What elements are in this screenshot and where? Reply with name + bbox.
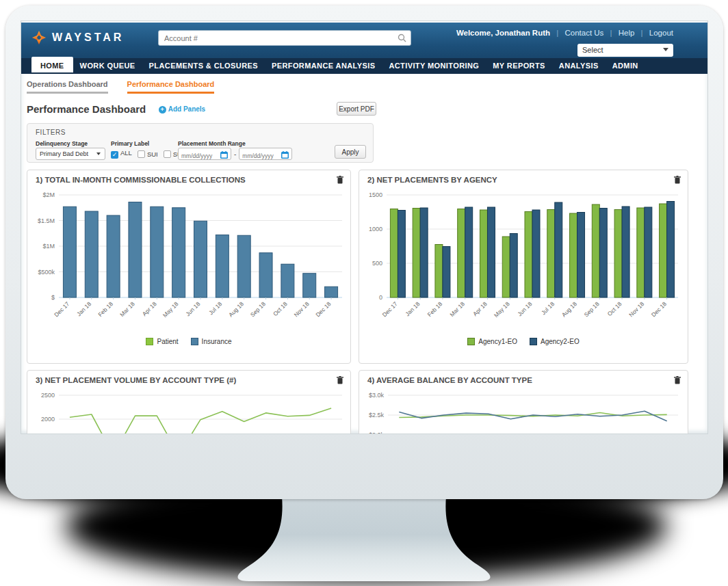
svg-text:$1M: $1M [42,243,55,250]
svg-text:$: $ [51,294,55,301]
svg-text:Dec 18: Dec 18 [650,300,668,318]
checkbox-sui[interactable]: SUI [138,150,158,158]
svg-text:Mar 18: Mar 18 [448,300,466,318]
svg-text:2000: 2000 [41,416,55,423]
svg-text:Apr 18: Apr 18 [471,300,489,317]
delinquency-stage-select[interactable]: Primary Bad Debt [36,148,105,160]
svg-text:Sep 18: Sep 18 [583,300,601,318]
svg-text:Jun 18: Jun 18 [184,300,201,317]
svg-text:1500: 1500 [369,191,382,198]
nav-item-my-reports[interactable]: MY REPORTS [486,58,552,74]
delete-panel-icon[interactable] [337,376,343,384]
svg-text:May 18: May 18 [161,300,180,319]
delete-panel-icon[interactable] [337,176,343,184]
nav-item-activity-monitoring[interactable]: ACTIVITY MONITORING [382,58,486,74]
plus-icon: + [159,106,166,114]
export-pdf-button[interactable]: Export PDF [337,102,376,116]
svg-text:$2.5k: $2.5k [369,412,385,418]
checkbox-all[interactable]: ✓ALL [111,149,132,159]
legend-item: Patient [146,338,178,345]
brand-name: WAYSTAR [52,31,124,44]
panel-title: 4) AVERAGE BALANCE BY ACCOUNT TYPE [367,376,532,384]
nav-item-work-queue[interactable]: WORK QUEUE [73,58,142,74]
calendar-icon[interactable] [220,150,229,159]
tab-performance-dashboard[interactable]: Performance Dashboard [127,80,215,94]
svg-text:Aug 18: Aug 18 [227,300,245,318]
primary-label-checkboxes: ✓ALL SUI SU [111,148,182,160]
svg-text:Nov 18: Nov 18 [293,300,311,318]
nav-item-admin[interactable]: ADMIN [606,58,645,74]
legend-swatch [530,338,537,345]
chart-svg: $2M$1.5M$1M$500k$Dec 17Jan 18Feb 18Mar 1… [27,170,350,363]
svg-text:Aug 18: Aug 18 [560,300,578,318]
legend-swatch [191,338,198,345]
panel-title: 3) NET PLACEMENT VOLUME BY ACCOUNT TYPE … [36,376,236,384]
context-select[interactable]: Select [577,44,673,57]
svg-text:1000: 1000 [369,226,382,232]
tab-operations-dashboard[interactable]: Operations Dashboard [27,80,108,94]
svg-text:Dec 17: Dec 17 [381,300,399,318]
nav-item-performance-analysis[interactable]: PERFORMANCE ANALYSIS [265,58,382,74]
search-icon[interactable] [398,34,406,42]
svg-text:May 18: May 18 [493,300,511,319]
primary-label-label: Primary Label [111,140,149,147]
panel-average-balance: $3.0k$2.5k$2.0k$1.5k$1.0k$0.5kDec 17Jan … [359,370,688,434]
contact-us-link[interactable]: Contact Us [564,29,603,37]
screen: WAYSTAR Welcome, Jonathan Ruth | Contact… [21,21,708,434]
checkbox-checked-icon: ✓ [111,151,118,159]
account-search[interactable] [158,30,411,46]
chart-legend: Agency1-EOAgency2-EO [359,338,688,345]
apply-button[interactable]: Apply [335,145,366,159]
waystar-logo-icon [31,30,47,45]
svg-text:$3.0k: $3.0k [369,392,385,399]
date-from-input[interactable] [179,150,217,161]
chart-legend: PatientInsurance [27,338,350,345]
add-panels-button[interactable]: +Add Panels [159,105,205,114]
svg-text:Apr 18: Apr 18 [141,300,158,317]
dashboard-tabs: Operations Dashboard Performance Dashboa… [27,80,214,94]
svg-text:Oct 18: Oct 18 [606,300,623,317]
checkbox-unchecked-icon [138,150,145,158]
svg-text:Jun 18: Jun 18 [516,300,533,317]
welcome-text: Welcome, Jonathan Ruth [456,29,550,37]
nav-item-analysis[interactable]: ANALYSIS [552,58,606,74]
delete-panel-icon[interactable] [674,376,681,384]
range-separator: - [234,150,236,158]
svg-text:$2M: $2M [42,191,55,198]
delinquency-stage-label: Delinquency Stage [36,140,88,147]
checkbox-unchecked-icon [164,150,171,158]
app-header: WAYSTAR Welcome, Jonathan Ruth | Contact… [21,23,707,74]
svg-text:500: 500 [372,260,382,267]
panel-title: 2) NET PLACEMENTS BY AGENCY [367,176,497,184]
date-from-field[interactable] [178,148,231,160]
filters-heading: FILTERS [36,129,66,136]
svg-text:$2.0k: $2.0k [369,431,385,434]
user-bar: Welcome, Jonathan Ruth | Contact Us | He… [456,29,673,37]
logout-link[interactable]: Logout [649,29,673,37]
svg-text:Mar 18: Mar 18 [118,300,136,318]
svg-text:$1.5M: $1.5M [38,217,55,224]
svg-text:$500k: $500k [38,269,55,276]
date-to-field[interactable] [239,148,292,160]
legend-item: Agency1-EO [467,338,517,345]
account-search-input[interactable] [159,31,385,45]
delete-panel-icon[interactable] [674,176,681,184]
nav-item-placements-closures[interactable]: PLACEMENTS & CLOSURES [142,58,265,74]
legend-item: Insurance [191,338,232,345]
svg-text:Jul 18: Jul 18 [207,300,223,316]
date-to-input[interactable] [239,150,278,161]
chevron-down-icon [96,152,101,155]
monitor-stand [233,496,495,586]
help-link[interactable]: Help [619,29,635,37]
svg-text:0: 0 [379,294,382,301]
legend-item: Agency2-EO [530,338,580,345]
svg-text:Dec 18: Dec 18 [314,300,332,318]
nav-item-home[interactable]: HOME [31,57,73,72]
main-nav: HOME WORK QUEUE PLACEMENTS & CLOSURES PE… [21,58,707,74]
brand: WAYSTAR [31,30,124,45]
legend-swatch [146,338,153,345]
calendar-icon[interactable] [281,150,289,159]
monitor-bezel: WAYSTAR Welcome, Jonathan Ruth | Contact… [5,5,723,499]
svg-text:Dec 17: Dec 17 [53,300,70,318]
svg-text:Jan 18: Jan 18 [75,300,92,317]
